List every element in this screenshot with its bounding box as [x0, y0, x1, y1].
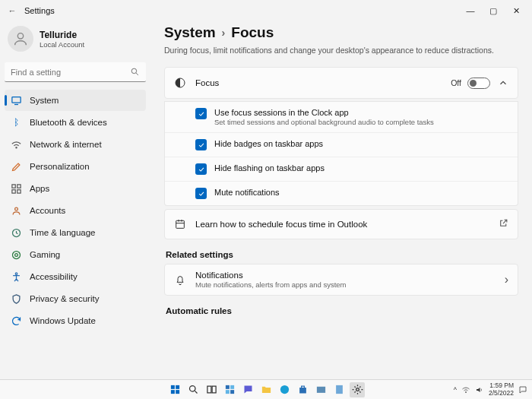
sidebar-item-apps[interactable]: Apps: [5, 178, 146, 199]
user-block[interactable]: Telluride Local Account: [5, 24, 146, 58]
link-label: Learn how to schedule focus time in Outl…: [195, 220, 367, 229]
option-label: Mute notifications: [214, 188, 280, 197]
focus-toggle[interactable]: [467, 78, 490, 89]
outlook-link[interactable]: Learn how to schedule focus time in Outl…: [164, 209, 518, 239]
breadcrumb-parent[interactable]: System: [164, 24, 216, 41]
notepad-icon[interactable]: [331, 382, 347, 397]
svg-rect-3: [12, 97, 21, 103]
sidebar-item-privacy[interactable]: Privacy & security: [5, 288, 146, 309]
svg-point-13: [15, 253, 18, 256]
focus-state: Off: [451, 78, 461, 87]
svg-point-35: [356, 388, 359, 391]
apps-icon: [11, 183, 22, 195]
related-heading: Related settings: [166, 250, 518, 259]
svg-point-10: [15, 207, 18, 211]
chevron-right-icon: ›: [505, 273, 508, 287]
back-button[interactable]: ←: [5, 6, 20, 15]
sidebar-item-time[interactable]: Time & language: [5, 222, 146, 243]
option-hide-badges[interactable]: Hide badges on taskbar apps: [165, 132, 518, 157]
svg-rect-28: [225, 385, 229, 389]
svg-rect-34: [336, 385, 343, 394]
user-name: Telluride: [40, 30, 84, 40]
chevron-up-icon[interactable]: [498, 78, 508, 88]
sidebar-item-bluetooth[interactable]: ᛒ Bluetooth & devices: [5, 112, 146, 133]
svg-rect-6: [12, 184, 15, 187]
sidebar-item-label: Privacy & security: [30, 294, 99, 303]
tray-wifi-icon[interactable]: [461, 385, 470, 394]
sidebar-item-accounts[interactable]: Accounts: [5, 200, 146, 221]
wifi-icon: [11, 139, 22, 150]
tray-notification-icon[interactable]: [518, 385, 527, 394]
option-label: Hide flashing on taskbar apps: [214, 163, 325, 173]
sidebar-item-label: Gaming: [30, 250, 60, 259]
accessibility-icon: [11, 271, 22, 283]
update-icon: [11, 315, 22, 327]
main-content: System › Focus During focus, limit notif…: [150, 21, 532, 379]
clock-icon: [11, 227, 22, 239]
auto-heading: Automatic rules: [166, 306, 518, 315]
maximize-button[interactable]: ▢: [482, 3, 505, 18]
task-view-icon[interactable]: [204, 382, 219, 397]
checkbox-checked[interactable]: [195, 163, 207, 175]
option-hide-flashing[interactable]: Hide flashing on taskbar apps: [165, 157, 518, 181]
svg-point-36: [465, 391, 466, 392]
focus-icon: [174, 77, 186, 89]
user-sub: Local Account: [40, 40, 84, 49]
tray-volume-icon[interactable]: [475, 385, 484, 394]
start-button[interactable]: [167, 382, 182, 397]
taskbar: ^ 1:59 PM 2/5/2022: [0, 379, 532, 399]
breadcrumb-current: Focus: [231, 24, 274, 41]
svg-point-32: [280, 385, 288, 394]
focus-title: Focus: [195, 78, 219, 87]
tray-chevron-icon[interactable]: ^: [454, 386, 457, 394]
store-icon[interactable]: [295, 382, 310, 397]
sidebar-item-network[interactable]: Network & internet: [5, 134, 146, 155]
minimize-button[interactable]: —: [459, 3, 482, 18]
search-icon: [130, 67, 140, 77]
checkbox-checked[interactable]: [195, 188, 207, 199]
external-link-icon: [499, 217, 508, 231]
chevron-right-icon: ›: [222, 27, 226, 39]
focus-row[interactable]: Focus Off: [165, 68, 518, 98]
edge-icon[interactable]: [277, 382, 292, 397]
sidebar-item-update[interactable]: Windows Update: [5, 310, 146, 331]
option-mute-notifications[interactable]: Mute notifications: [165, 181, 518, 205]
settings-taskbar-icon[interactable]: [350, 382, 365, 397]
notifications-row[interactable]: Notifications Mute notifications, alerts…: [165, 264, 518, 295]
sidebar-item-label: Accessibility: [30, 272, 78, 281]
svg-rect-31: [230, 390, 234, 394]
page-description: During focus, limit notifications and ch…: [164, 46, 518, 55]
sidebar-item-accessibility[interactable]: Accessibility: [5, 266, 146, 287]
taskbar-search-icon[interactable]: [185, 382, 201, 397]
svg-rect-22: [170, 390, 174, 394]
sidebar-item-label: Accounts: [30, 206, 65, 215]
sidebar-item-system[interactable]: System: [5, 90, 146, 111]
svg-point-0: [17, 33, 23, 39]
explorer-icon[interactable]: [258, 382, 274, 397]
checkbox-checked[interactable]: [195, 139, 207, 150]
system-tray[interactable]: ^ 1:59 PM 2/5/2022: [454, 382, 527, 397]
avatar: [8, 26, 33, 52]
svg-point-12: [13, 251, 21, 258]
shield-icon: [11, 293, 22, 305]
option-focus-sessions[interactable]: Use focus sessions in the Clock app Set …: [165, 101, 518, 132]
gaming-icon: [11, 249, 22, 261]
checkbox-checked[interactable]: [195, 108, 207, 119]
svg-rect-23: [176, 390, 179, 394]
svg-rect-29: [230, 385, 234, 389]
tray-clock[interactable]: 1:59 PM 2/5/2022: [489, 382, 514, 397]
bell-icon: [174, 274, 186, 286]
chat-icon[interactable]: [240, 382, 255, 397]
focus-options: Use focus sessions in the Clock app Set …: [164, 101, 518, 206]
search-input[interactable]: [5, 62, 146, 82]
close-button[interactable]: ✕: [505, 3, 527, 18]
svg-rect-33: [316, 387, 325, 393]
mail-icon[interactable]: [313, 382, 328, 397]
sidebar-item-personalization[interactable]: Personalization: [5, 156, 146, 177]
sidebar-item-gaming[interactable]: Gaming: [5, 244, 146, 265]
option-label: Hide badges on taskbar apps: [214, 139, 323, 148]
calendar-icon: [174, 218, 186, 230]
svg-point-1: [131, 68, 137, 74]
svg-rect-20: [170, 385, 174, 389]
widgets-icon[interactable]: [222, 382, 237, 397]
